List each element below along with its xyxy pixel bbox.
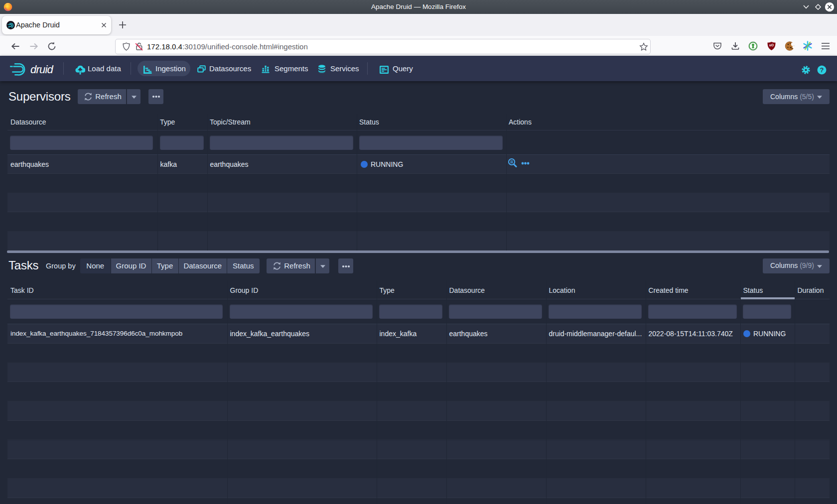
svg-text:uO: uO bbox=[769, 43, 774, 47]
svg-text:?: ? bbox=[820, 66, 824, 74]
